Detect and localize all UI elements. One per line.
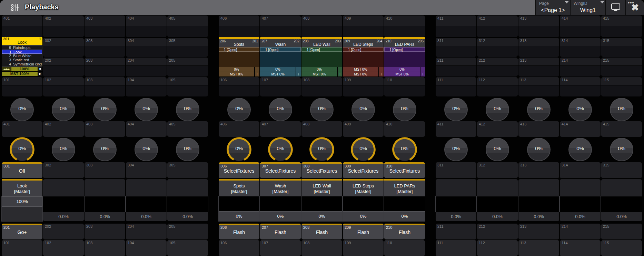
value-bar-row[interactable]: MST 0% (343, 67, 384, 72)
executor-cell-405[interactable]: 405 (167, 121, 208, 137)
executor-cell-303[interactable]: 303 (85, 38, 125, 57)
master-bar-row[interactable]: MST 0%↑ (260, 72, 301, 76)
led-pars-master-fader[interactable]: LED PARs[Master]0% (384, 179, 425, 221)
encoder-knob-2-15[interactable]: 0% (610, 138, 633, 161)
flash-button-208[interactable]: Flash208 (301, 224, 342, 239)
selectfixtures-button-310[interactable]: SelectFixtures310 (384, 162, 425, 178)
cue-widget-led-steps[interactable]: 209204LED Steps1 [Open]MST 0%MST 0%↑ (343, 37, 384, 76)
executor-cell-402[interactable]: 402 (43, 16, 84, 37)
selectfixtures-button-309[interactable]: SelectFixtures309 (343, 162, 384, 178)
executor-cell-414[interactable]: 414 (560, 121, 601, 137)
executor-cell-213[interactable]: 213 (518, 58, 559, 76)
value-bar-row[interactable]: 0% (384, 67, 425, 72)
executor-cell-304[interactable]: 304 (126, 38, 167, 57)
current-cue-row[interactable]: 1 [Open] (219, 47, 259, 52)
executor-cell-110[interactable]: 110 (384, 77, 425, 96)
encoder-knob-1-2[interactable]: 0% (52, 98, 75, 121)
executor-cell-203[interactable]: 203 (85, 58, 125, 76)
executor-cell-115[interactable]: 115 (601, 240, 642, 256)
master-bar-row[interactable]: MST 0%↑ (219, 72, 259, 76)
encoder-knob-2-2[interactable]: 0% (52, 138, 75, 161)
encoder-knob-2-8[interactable]: 0% (310, 138, 333, 161)
go--button-201[interactable]: Go+201 (2, 224, 42, 239)
executor-cell-215[interactable]: 215 (601, 224, 642, 239)
value-bar-row[interactable]: 0% (301, 67, 342, 72)
executor-cell-114[interactable]: 114 (560, 77, 601, 96)
executor-cell-213[interactable]: 213 (518, 224, 559, 239)
flash-button-207[interactable]: Flash207 (260, 224, 301, 239)
executor-cell-406[interactable]: 406 (219, 121, 259, 137)
flash-button-210[interactable]: Flash210 (384, 224, 425, 239)
spots-master-fader[interactable]: Spots[Master]0% (219, 179, 259, 221)
executor-cell-107[interactable]: 107 (260, 240, 301, 256)
executor-cell-102[interactable]: 102 (43, 240, 84, 256)
led-steps-master-fader[interactable]: LED Steps[Master]0% (343, 179, 384, 221)
executor-cell-113[interactable]: 113 (518, 77, 559, 96)
executor-cell-115[interactable]: 115 (601, 77, 642, 96)
executor-cell-305[interactable]: 305 (167, 162, 208, 178)
value-bar[interactable]: 100% (11, 67, 38, 71)
executor-cell-205[interactable]: 205 (167, 224, 208, 239)
selectfixtures-button-307[interactable]: SelectFixtures307 (260, 162, 301, 178)
encoder-knob-2-10[interactable]: 0% (393, 138, 416, 161)
fader-slot-empty[interactable]: 0.0% (560, 179, 601, 221)
current-cue-row[interactable]: 1 [Open] (260, 47, 301, 52)
executor-cell-407[interactable]: 407 (260, 121, 301, 137)
executor-cell-112[interactable]: 112 (477, 240, 518, 256)
executor-cell-403[interactable]: 403 (85, 121, 125, 137)
encoder-knob-1-12[interactable]: 0% (486, 98, 509, 121)
encoder-knob-1-9[interactable]: 0% (352, 98, 375, 121)
executor-cell-111[interactable]: 111 (436, 77, 476, 96)
fader-slot-empty[interactable]: 0.0% (601, 179, 642, 221)
executor-cell-215[interactable]: 215 (601, 58, 642, 76)
cue-widget-led-pars[interactable]: 210205LED PARs1 [Open]0%MST 0%↑ (384, 37, 425, 76)
executor-cell-313[interactable]: 313 (518, 162, 559, 178)
fader-slot-empty[interactable]: 0.0% (518, 179, 559, 221)
executor-cell-402[interactable]: 402 (43, 121, 84, 137)
executor-cell-302[interactable]: 302 (43, 162, 84, 178)
executor-cell-412[interactable]: 412 (477, 16, 518, 37)
executor-cell-410[interactable]: 410 (384, 16, 425, 37)
encoder-knob-1-4[interactable]: 0% (135, 98, 158, 121)
fader-slot-empty[interactable]: 0.0% (436, 179, 476, 221)
executor-cell-204[interactable]: 204 (126, 58, 167, 76)
executor-cell-409[interactable]: 409 (343, 121, 384, 137)
executor-cell-409[interactable]: 409 (343, 16, 384, 37)
wash-master-fader[interactable]: Wash[Master]0% (260, 179, 301, 221)
executor-cell-105[interactable]: 105 (167, 77, 208, 96)
encoder-knob-2-6[interactable]: 0% (228, 138, 250, 161)
executor-cell-302[interactable]: 302 (43, 38, 84, 57)
encoder-knob-2-4[interactable]: 0% (135, 138, 158, 161)
executor-cell-109[interactable]: 109 (343, 240, 384, 256)
encoder-knob-2-1[interactable]: 0% (11, 138, 33, 161)
executor-cell-312[interactable]: 312 (477, 162, 518, 178)
fader-slot-empty[interactable]: 0.0% (167, 179, 208, 221)
encoder-knob-1-1[interactable]: 0% (11, 98, 33, 121)
executor-cell-104[interactable]: 104 (126, 240, 167, 256)
encoder-knob-2-11[interactable]: 0% (445, 138, 467, 161)
executor-cell-105[interactable]: 105 (167, 240, 208, 256)
executor-cell-214[interactable]: 214 (560, 224, 601, 239)
executor-cell-406[interactable]: 406 (219, 16, 259, 37)
wing-id-select[interactable]: WingID Wing1 (570, 0, 605, 15)
executor-cell-102[interactable]: 102 (43, 77, 84, 96)
executor-cell-405[interactable]: 405 (167, 16, 208, 37)
executor-cell-411[interactable]: 411 (436, 121, 476, 137)
encoder-knob-2-9[interactable]: 0% (352, 138, 375, 161)
executor-cell-114[interactable]: 114 (560, 240, 601, 256)
executor-cell-214[interactable]: 214 (560, 58, 601, 76)
stop-button[interactable]: ■ (38, 67, 42, 71)
executor-cell-305[interactable]: 305 (167, 38, 208, 57)
executor-cell-203[interactable]: 203 (85, 224, 125, 239)
encoder-knob-2-12[interactable]: 0% (486, 138, 509, 161)
executor-cell-408[interactable]: 408 (301, 16, 342, 37)
encoder-knob-2-14[interactable]: 0% (569, 138, 592, 161)
cue-widget-spots[interactable]: 206201Spots1 [Open]0%MST 0%↑ (219, 37, 259, 76)
executor-cell-314[interactable]: 314 (560, 38, 601, 57)
encoder-knob-1-14[interactable]: 0% (569, 98, 592, 121)
executor-cell-411[interactable]: 411 (436, 16, 476, 37)
fader-slot-empty[interactable]: 0.0% (85, 179, 125, 221)
executor-cell-106[interactable]: 106 (219, 240, 259, 256)
encoder-knob-2-3[interactable]: 0% (93, 138, 116, 161)
monitor-button[interactable] (605, 0, 625, 15)
